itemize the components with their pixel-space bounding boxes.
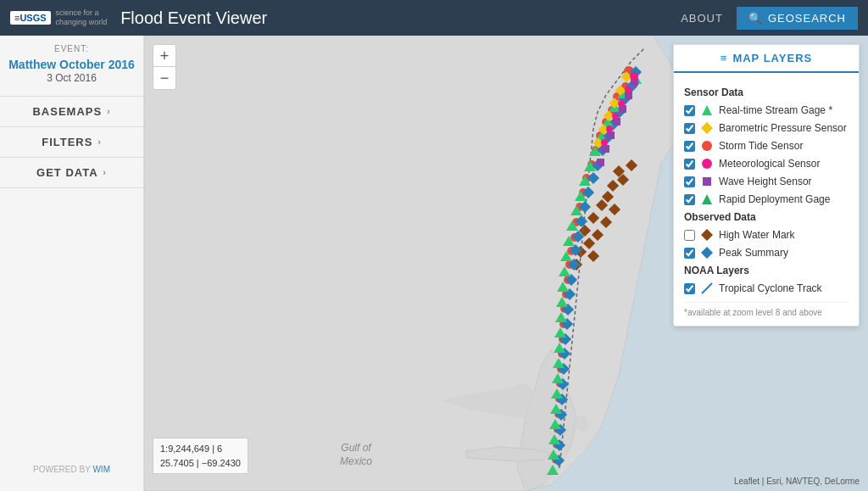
layer-real-time-stream[interactable]: Real-time Stream Gage * [684, 103, 849, 117]
search-icon: 🔍 [748, 12, 763, 25]
svg-point-117 [612, 113, 619, 120]
zoom-controls: + − [153, 44, 176, 90]
svg-point-118 [606, 126, 613, 132]
svg-marker-125 [702, 194, 712, 204]
layers-title: MAP LAYERS [732, 52, 812, 64]
powered-by: POWERED BY WIM [0, 456, 143, 483]
layers-panel: ≡ MAP LAYERS Sensor Data Real-time Strea… [673, 44, 860, 326]
wave-height-icon [700, 175, 714, 188]
attribution-text: Leaflet | Esri, NAVTEQ, DeLorme [734, 477, 860, 486]
peak-summary-label: Peak Summary [719, 247, 788, 259]
svg-text:Gulf of: Gulf of [341, 442, 372, 454]
svg-line-128 [702, 283, 712, 293]
zoom-in-button[interactable]: + [153, 45, 175, 67]
layer-meteorological[interactable]: Meteorological Sensor [684, 157, 849, 170]
coordinates-display: 1:9,244,649 | 6 25.7405 | −69.2430 [153, 438, 248, 474]
layers-footnote: *available at zoom level 8 and above [684, 302, 849, 317]
sidebar: EVENT: Matthew October 2016 3 Oct 2016 B… [0, 36, 144, 491]
wim-link[interactable]: WIM [92, 465, 110, 474]
tropical-cyclone-label: Tropical Cyclone Track [719, 282, 822, 294]
svg-rect-111 [607, 131, 615, 139]
layer-high-water[interactable]: High Water Mark [684, 228, 849, 242]
get-data-label: GET DATA [36, 166, 98, 179]
layers-panel-header: ≡ MAP LAYERS [674, 45, 859, 73]
layer-checkbox-barometric[interactable] [684, 123, 695, 134]
layer-checkbox-meteorological[interactable] [684, 159, 695, 170]
high-water-icon [700, 228, 714, 242]
svg-point-116 [618, 100, 625, 107]
storm-tide-label: Storm Tide Sensor [719, 140, 803, 152]
high-water-label: High Water Mark [719, 229, 795, 241]
basemaps-label: BASEMAPS [32, 105, 102, 118]
svg-rect-127 [701, 247, 713, 259]
layer-barometric[interactable]: Barometric Pressure Sensor [684, 121, 849, 135]
barometric-label: Barometric Pressure Sensor [719, 122, 847, 134]
wave-height-label: Wave Height Sensor [719, 176, 812, 187]
layers-icon: ≡ [721, 52, 728, 64]
main-content: EVENT: Matthew October 2016 3 Oct 2016 B… [0, 36, 868, 491]
barometric-icon [700, 121, 714, 135]
svg-rect-124 [703, 177, 711, 186]
layer-storm-tide[interactable]: Storm Tide Sensor [684, 139, 849, 153]
stream-gage-label: Real-time Stream Gage * [719, 104, 832, 116]
observed-section-title: Observed Data [684, 211, 849, 223]
usgs-logo: ≡USGS science for achanging world [10, 8, 107, 27]
rapid-deployment-icon [700, 192, 714, 206]
usgs-badge: ≡USGS [10, 11, 51, 25]
layers-body: Sensor Data Real-time Stream Gage * Baro… [674, 73, 859, 326]
get-data-chevron-icon: › [103, 168, 107, 177]
svg-point-115 [625, 86, 632, 93]
basemaps-menu[interactable]: BASEMAPS › [0, 96, 143, 127]
basemaps-chevron-icon: › [107, 107, 110, 116]
latlon-display: 25.7405 | −69.2430 [160, 456, 241, 471]
layer-checkbox-wave-height[interactable] [684, 176, 695, 187]
layer-peak-summary[interactable]: Peak Summary [684, 246, 849, 259]
layer-checkbox-high-water[interactable] [684, 230, 695, 241]
map-container[interactable]: Gulf of Mexico [144, 36, 868, 491]
zoom-out-button[interactable]: − [153, 67, 175, 89]
event-date: 3 Oct 2016 [0, 72, 143, 84]
rapid-deployment-label: Rapid Deployment Gage [719, 193, 830, 205]
layer-checkbox-stream[interactable] [684, 105, 695, 116]
layer-checkbox-rapid-deployment[interactable] [684, 194, 695, 205]
event-name: Matthew October 2016 [0, 57, 143, 72]
meteorological-icon [700, 157, 714, 170]
filters-chevron-icon: › [97, 137, 101, 147]
svg-point-122 [702, 141, 712, 151]
svg-rect-112 [602, 145, 609, 153]
scale-display: 1:9,244,649 | 6 [160, 442, 241, 456]
usgs-tagline: science for achanging world [56, 8, 108, 27]
layer-checkbox-tropical-cyclone[interactable] [684, 283, 695, 294]
layer-checkbox-peak-summary[interactable] [684, 248, 695, 259]
svg-text:Mexico: Mexico [340, 455, 372, 467]
about-button[interactable]: ABOUT [681, 12, 723, 25]
svg-point-114 [630, 72, 638, 81]
get-data-menu[interactable]: GET DATA › [0, 157, 143, 188]
svg-point-123 [702, 159, 712, 169]
svg-rect-126 [701, 229, 713, 241]
storm-tide-icon [700, 139, 714, 153]
layer-wave-height[interactable]: Wave Height Sensor [684, 175, 849, 188]
svg-point-119 [601, 139, 608, 146]
peak-summary-icon [700, 246, 714, 259]
meteorological-label: Meteorological Sensor [719, 158, 820, 170]
app-header: ≡USGS science for achanging world Flood … [0, 0, 868, 36]
layer-rapid-deployment[interactable]: Rapid Deployment Gage [684, 192, 849, 206]
noaa-section-title: NOAA Layers [684, 265, 849, 276]
svg-rect-113 [597, 159, 604, 166]
svg-marker-120 [702, 105, 712, 115]
layer-tropical-cyclone[interactable]: Tropical Cyclone Track [684, 282, 849, 295]
sensor-section-title: Sensor Data [684, 86, 849, 98]
filters-menu[interactable]: FILTERS › [0, 126, 143, 158]
geosearch-button[interactable]: 🔍 GEOSEARCH [737, 7, 858, 30]
filters-label: FILTERS [42, 136, 92, 148]
svg-rect-121 [701, 122, 713, 134]
tropical-cyclone-icon [700, 282, 714, 295]
map-attribution: Leaflet | Esri, NAVTEQ, DeLorme [734, 477, 860, 486]
event-label: EVENT: [0, 44, 143, 53]
layer-checkbox-storm-tide[interactable] [684, 141, 695, 152]
app-title: Flood Event Viewer [120, 8, 667, 28]
stream-gage-icon [700, 103, 714, 117]
